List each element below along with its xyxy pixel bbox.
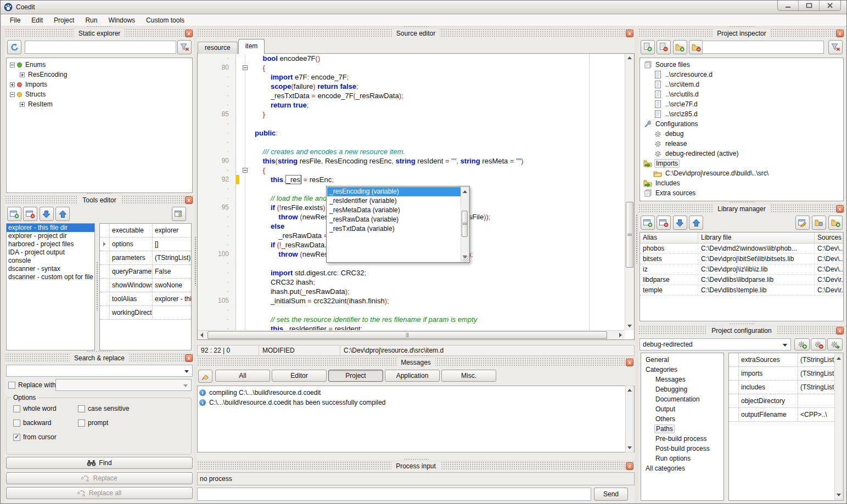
project-tree-item[interactable]: debug	[640, 129, 843, 139]
property-value[interactable]: explorer - this file dir	[153, 295, 191, 303]
property-row[interactable]: imports(TStringList)	[729, 367, 834, 381]
scroll-left-icon[interactable]	[198, 331, 206, 339]
property-value[interactable]: (TStringList)	[153, 254, 191, 262]
property-row[interactable]: options[]	[100, 237, 191, 251]
refresh-button[interactable]	[7, 40, 21, 54]
table-row[interactable]: libdparseC:\Dev\dlibs\libdparse.libC:\De…	[640, 275, 843, 285]
filter-editor[interactable]: Editor	[272, 370, 327, 382]
completion-scrollbar[interactable]	[461, 187, 469, 262]
completion-item[interactable]: _resTxtData (variable)	[327, 224, 461, 234]
menu-custom-tools[interactable]: Custom tools	[141, 15, 190, 25]
move-library-down-button[interactable]	[673, 216, 687, 230]
menu-project[interactable]: Project	[48, 15, 80, 25]
remove-configuration-button[interactable]	[811, 338, 826, 350]
column-header[interactable]: Library file	[698, 233, 815, 243]
project-tree-item[interactable]: ..\src\resource.d	[640, 70, 843, 80]
property-row[interactable]: objectDirectory	[729, 394, 834, 408]
properties-scrollbar[interactable]	[834, 354, 843, 500]
close-panel-icon[interactable]	[626, 462, 633, 470]
filter-misc[interactable]: Misc.	[441, 370, 496, 382]
table-row[interactable]: phobosC:\Dev\dmd2\windows\lib\phob...C:\…	[640, 243, 843, 254]
symbol-tree-item[interactable]: Imports	[7, 80, 192, 89]
clear-filter-button[interactable]	[177, 40, 192, 54]
add-tool-button[interactable]	[7, 207, 21, 221]
left-splitter[interactable]	[194, 236, 197, 286]
scroll-up-icon[interactable]	[835, 354, 842, 363]
category-item[interactable]: General	[641, 355, 723, 365]
property-row[interactable]: queryParametersFalse	[100, 265, 191, 279]
property-row[interactable]: outputFilename<CPP>..\	[729, 408, 834, 422]
project-tree-item[interactable]: ..\src\item.d	[640, 80, 843, 89]
edit-library-button[interactable]	[795, 216, 810, 230]
category-item[interactable]: Post-build process	[641, 444, 723, 454]
tool-list-item[interactable]: dscanner - syntax	[7, 265, 94, 273]
column-header[interactable]: Sources ...	[815, 233, 843, 243]
completion-item[interactable]: _resIdentifier (variable)	[327, 196, 461, 206]
clone-configuration-button[interactable]	[827, 338, 843, 350]
menu-run[interactable]: Run	[80, 15, 103, 25]
replace-term-combobox[interactable]	[55, 379, 192, 391]
close-panel-icon[interactable]	[836, 327, 844, 335]
search-term-combobox[interactable]	[6, 365, 193, 377]
add-library-folder-button[interactable]	[828, 216, 843, 230]
category-item[interactable]: Debugging	[641, 384, 723, 394]
tab-item[interactable]: item	[238, 39, 265, 54]
filter-all[interactable]: All	[215, 370, 270, 382]
move-tool-up-button[interactable]	[55, 207, 70, 221]
expand-icon[interactable]	[103, 242, 106, 246]
scroll-up-icon[interactable]	[626, 386, 633, 394]
expand-icon[interactable]	[20, 102, 25, 107]
symbol-filter-input[interactable]	[25, 41, 176, 54]
collapse-icon[interactable]	[10, 63, 15, 67]
project-tree-item[interactable]: Imports	[640, 158, 843, 168]
fold-collapse-icon[interactable]	[243, 65, 248, 70]
option-whole-word[interactable]: whole word	[13, 405, 57, 412]
close-panel-icon[interactable]	[626, 30, 633, 37]
project-tree-item[interactable]: C:\Dev\dproj\resource.d\build\..\src\	[640, 168, 843, 178]
right-splitter[interactable]	[636, 214, 638, 264]
inspector-filter-input[interactable]	[702, 41, 824, 54]
property-row[interactable]: showWindowsswoNone	[100, 279, 191, 292]
category-item[interactable]: Run options	[641, 454, 723, 463]
option-backward[interactable]: backward	[13, 419, 51, 427]
add-library-button[interactable]	[641, 216, 655, 230]
fold-collapse-icon[interactable]	[243, 168, 248, 173]
table-row[interactable]: bitsetsC:\Dev\dproj\bitSet\lib\bitsets.l…	[640, 254, 843, 264]
select-library-file-button[interactable]	[812, 216, 826, 230]
expand-icon[interactable]	[20, 72, 25, 77]
table-row[interactable]: templeC:\Dev\dlibs\temple.libC:\Dev\r...	[640, 285, 843, 296]
replace-with-checkbox[interactable]: Replace with	[8, 381, 56, 389]
replace-all-button[interactable]: baReplace all	[6, 487, 193, 499]
symbol-tree-item[interactable]: Enums	[7, 60, 192, 70]
close-panel-icon[interactable]	[185, 196, 193, 204]
tools-splitter[interactable]	[96, 262, 99, 311]
symbol-tree-item[interactable]: ResItem	[7, 99, 192, 109]
filter-project[interactable]: Project	[328, 370, 383, 382]
project-tree-item[interactable]: debug-redirected (active)	[640, 149, 843, 158]
property-value[interactable]: swoNone	[153, 281, 191, 289]
close-panel-icon[interactable]	[626, 359, 633, 366]
property-value[interactable]: (TStringList)	[798, 383, 834, 391]
close-panel-icon[interactable]	[185, 30, 193, 37]
category-item[interactable]: All categories	[641, 463, 723, 473]
message-row[interactable]: C:\...\build\resource.d.coedit has been …	[199, 398, 634, 407]
tool-list-item[interactable]: explorer - project dir	[7, 232, 94, 240]
remove-library-button[interactable]	[657, 216, 671, 230]
project-tree-item[interactable]: release	[640, 139, 843, 149]
project-tree-item[interactable]: ..\src\e7F.d	[640, 99, 843, 109]
close-panel-icon[interactable]	[836, 30, 844, 37]
clear-filter-button[interactable]	[828, 40, 843, 54]
property-value[interactable]: []	[153, 240, 191, 248]
add-folder-button[interactable]	[673, 40, 687, 54]
scrollbar-thumb[interactable]	[626, 202, 633, 268]
maximize-button[interactable]	[799, 1, 820, 10]
remove-folder-button[interactable]	[689, 40, 703, 54]
tool-list-item[interactable]: dscanner - custom opt for file	[7, 273, 94, 281]
category-item[interactable]: Others	[641, 414, 723, 424]
scroll-right-icon[interactable]	[616, 331, 625, 339]
scrollbar-thumb[interactable]	[462, 211, 468, 237]
category-item[interactable]: Categories	[641, 365, 723, 375]
scroll-down-icon[interactable]	[626, 444, 633, 452]
project-tree-item[interactable]: Configurations	[640, 119, 843, 129]
project-tree-item[interactable]: Includes	[640, 178, 843, 188]
